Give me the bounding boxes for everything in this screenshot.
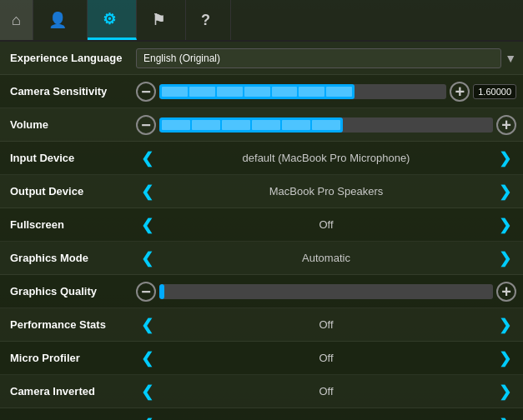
navbar: ⌂ 👤 ⚙ ⚑ ? <box>0 0 523 42</box>
right-chevron-video-camera[interactable]: ❯ <box>494 418 516 421</box>
label-output-device: Output Device <box>7 185 136 198</box>
right-chevron-micro-profiler[interactable]: ❯ <box>494 351 516 366</box>
people-tab[interactable]: 👤 <box>33 0 88 40</box>
people-icon: 👤 <box>48 11 67 29</box>
label-input-device: Input Device <box>7 152 136 164</box>
settings-row-graphics-quality: Graphics Quality−+ <box>0 275 523 308</box>
right-chevron-input-device[interactable]: ❯ <box>494 151 516 166</box>
slider-fill-graphics-quality <box>159 284 164 299</box>
label-fullscreen: Fullscreen <box>7 218 136 231</box>
home-icon: ⌂ <box>12 12 21 29</box>
left-chevron-performance-stats[interactable]: ❮ <box>136 318 158 332</box>
control-performance-stats: ❮Off❯ <box>136 318 516 332</box>
slider-value-camera-sensitivity: 1.60000 <box>473 84 516 99</box>
label-performance-stats: Performance Stats <box>7 318 136 331</box>
settings-row-camera-inverted: Camera Inverted❮Off❯ <box>0 375 523 408</box>
dropdown-arrow-icon: ▼ <box>505 52 516 65</box>
home-button[interactable]: ⌂ <box>0 0 33 40</box>
left-chevron-micro-profiler[interactable]: ❮ <box>136 351 158 366</box>
settings-row-micro-profiler: Micro Profiler❮Off❯ <box>0 342 523 375</box>
value-output-device: MacBook Pro Speakers <box>162 185 490 198</box>
settings-row-volume: Volume−+ <box>0 108 523 142</box>
label-graphics-quality: Graphics Quality <box>7 285 136 298</box>
left-chevron-video-camera[interactable]: ❮ <box>136 418 158 421</box>
minus-btn-volume[interactable]: − <box>136 115 156 135</box>
left-chevron-output-device[interactable]: ❮ <box>136 184 158 199</box>
right-chevron-graphics-mode[interactable]: ❯ <box>494 251 516 266</box>
slider-fill-volume <box>159 118 343 132</box>
control-volume: −+ <box>136 115 516 135</box>
settings-row-output-device: Output Device❮MacBook Pro Speakers❯ <box>0 175 523 208</box>
help-icon: ? <box>201 12 210 29</box>
value-performance-stats: Off <box>162 318 490 331</box>
value-camera-inverted: Off <box>162 385 490 398</box>
settings-tab[interactable]: ⚙ <box>88 0 137 40</box>
plus-btn-camera-sensitivity[interactable]: + <box>450 82 470 102</box>
value-graphics-mode: Automatic <box>162 252 490 264</box>
right-chevron-camera-inverted[interactable]: ❯ <box>494 384 516 399</box>
control-graphics-quality: −+ <box>136 282 516 302</box>
minus-btn-graphics-quality[interactable]: − <box>136 282 156 302</box>
label-volume: Volume <box>7 118 136 131</box>
value-micro-profiler: Off <box>162 352 490 364</box>
right-chevron-output-device[interactable]: ❯ <box>494 184 516 199</box>
control-graphics-mode: ❮Automatic❯ <box>136 251 516 266</box>
label-experience-language: Experience Language <box>7 52 136 64</box>
control-output-device: ❮MacBook Pro Speakers❯ <box>136 184 516 199</box>
plus-btn-graphics-quality[interactable]: + <box>496 282 516 302</box>
slider-track-volume[interactable] <box>159 118 493 132</box>
left-chevron-input-device[interactable]: ❮ <box>136 151 158 166</box>
settings-row-performance-stats: Performance Stats❮Off❯ <box>0 308 523 342</box>
value-fullscreen: Off <box>162 218 490 231</box>
control-experience-language: English (Original)FrenchGermanSpanishPor… <box>136 48 516 68</box>
left-chevron-graphics-mode[interactable]: ❮ <box>136 251 158 266</box>
left-chevron-camera-inverted[interactable]: ❮ <box>136 384 158 399</box>
settings-panel: Experience LanguageEnglish (Original)Fre… <box>0 42 523 420</box>
help-tab[interactable]: ? <box>186 0 231 40</box>
label-camera-inverted: Camera Inverted <box>7 385 136 398</box>
settings-icon: ⚙ <box>103 10 116 28</box>
settings-row-input-device: Input Device❮default (MacBook Pro Microp… <box>0 142 523 175</box>
control-video-camera: ❮System Default❯ <box>136 418 516 421</box>
label-camera-sensitivity: Camera Sensitivity <box>7 85 136 98</box>
value-input-device: default (MacBook Pro Microphone) <box>162 152 490 164</box>
control-input-device: ❮default (MacBook Pro Microphone)❯ <box>136 151 516 166</box>
control-camera-inverted: ❮Off❯ <box>136 384 516 399</box>
slider-track-graphics-quality[interactable] <box>159 284 493 299</box>
slider-fill-camera-sensitivity <box>159 84 355 99</box>
settings-row-camera-sensitivity: Camera Sensitivity−+1.60000 <box>0 75 523 108</box>
left-chevron-fullscreen[interactable]: ❮ <box>136 218 158 232</box>
report-tab[interactable]: ⚑ <box>137 0 186 40</box>
settings-row-experience-language: Experience LanguageEnglish (Original)Fre… <box>0 42 523 75</box>
control-micro-profiler: ❮Off❯ <box>136 351 516 366</box>
slider-track-camera-sensitivity[interactable] <box>159 84 446 99</box>
control-fullscreen: ❮Off❯ <box>136 218 516 232</box>
settings-row-graphics-mode: Graphics Mode❮Automatic❯ <box>0 242 523 275</box>
settings-row-fullscreen: Fullscreen❮Off❯ <box>0 208 523 242</box>
dropdown-experience-language[interactable]: English (Original)FrenchGermanSpanishPor… <box>136 48 501 68</box>
label-micro-profiler: Micro Profiler <box>7 352 136 364</box>
minus-btn-camera-sensitivity[interactable]: − <box>136 82 156 102</box>
label-graphics-mode: Graphics Mode <box>7 252 136 264</box>
plus-btn-volume[interactable]: + <box>496 115 516 135</box>
settings-row-video-camera: Video Camera❮System Default❯ <box>0 408 523 420</box>
report-icon: ⚑ <box>152 11 165 29</box>
control-camera-sensitivity: −+1.60000 <box>136 82 516 102</box>
right-chevron-performance-stats[interactable]: ❯ <box>494 318 516 332</box>
right-chevron-fullscreen[interactable]: ❯ <box>494 218 516 232</box>
